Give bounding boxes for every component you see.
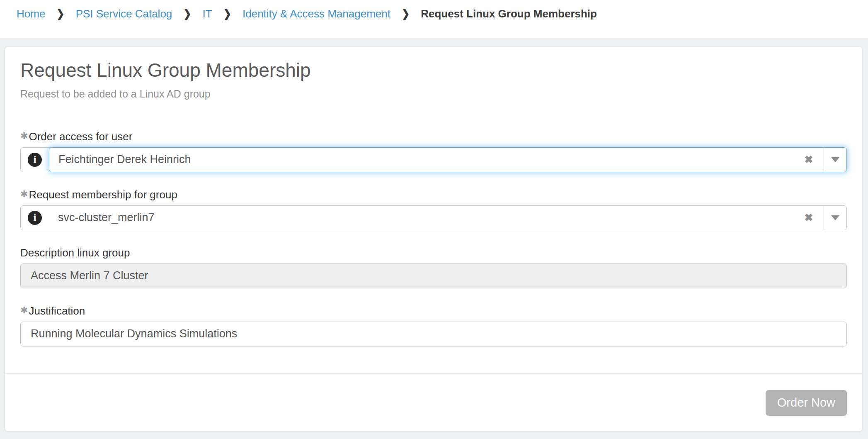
page-subtitle: Request to be added to a Linux AD group [20,88,847,100]
breadcrumb-link-home[interactable]: Home [17,7,45,20]
user-info-addon: i [21,148,49,172]
order-now-button[interactable]: Order Now [766,390,847,416]
group-select-group: i svc-cluster_merlin7 ✖ [20,205,847,230]
request-form: ✱ Order access for user i Feichtinger De… [20,130,847,346]
breadcrumb-link-it[interactable]: IT [203,7,212,20]
field-label-text: Description linux group [20,246,130,259]
user-selected-value[interactable]: Feichtinger Derek Heinrich [49,148,794,172]
group-info-addon: i [21,206,49,230]
field-label: Description linux group [20,246,847,259]
required-asterisk-icon: ✱ [20,304,28,317]
field-order-access-for-user: ✱ Order access for user i Feichtinger De… [20,130,847,172]
info-icon[interactable]: i [28,211,42,225]
user-dropdown-toggle[interactable] [824,148,846,172]
required-asterisk-icon: ✱ [20,130,28,142]
breadcrumb-link-identity-access-management[interactable]: Identity & Access Management [242,7,390,20]
card-footer: Order Now [20,390,847,416]
caret-down-icon [831,215,839,220]
caret-down-icon [831,157,839,162]
group-clear-icon[interactable]: ✖ [794,206,824,230]
request-form-card: Request Linux Group Membership Request t… [5,46,863,432]
group-selected-value[interactable]: svc-cluster_merlin7 [49,206,794,230]
field-label-text: Justification [29,304,85,317]
group-combobox[interactable]: svc-cluster_merlin7 ✖ [49,206,846,230]
chevron-right-icon: ❯ [223,7,231,20]
description-linux-group-input [20,263,847,288]
info-icon[interactable]: i [28,153,42,167]
user-select-group: i Feichtinger Derek Heinrich ✖ [20,147,847,172]
required-asterisk-icon: ✱ [20,188,28,200]
breadcrumb-link-psi-service-catalog[interactable]: PSI Service Catalog [76,7,172,20]
field-label: ✱ Request membership for group [20,188,847,201]
field-description-linux-group: Description linux group [20,246,847,288]
footer-divider [5,373,862,374]
field-request-membership-for-group: ✱ Request membership for group i svc-clu… [20,188,847,230]
justification-input[interactable] [20,322,847,346]
user-clear-icon[interactable]: ✖ [794,148,824,172]
page-title: Request Linux Group Membership [20,59,847,81]
group-dropdown-toggle[interactable] [824,206,846,230]
chevron-right-icon: ❯ [402,7,410,20]
field-label: ✱ Order access for user [20,130,847,143]
field-label-text: Order access for user [29,130,132,143]
breadcrumb-current-page: Request Linux Group Membership [421,7,597,20]
field-label: ✱ Justification [20,304,847,317]
field-justification: ✱ Justification [20,304,847,346]
chevron-right-icon: ❯ [183,7,191,20]
breadcrumb: Home ❯ PSI Service Catalog ❯ IT ❯ Identi… [0,0,868,38]
field-label-text: Request membership for group [29,188,177,201]
chevron-right-icon: ❯ [56,7,64,20]
user-combobox[interactable]: Feichtinger Derek Heinrich ✖ [49,147,847,172]
